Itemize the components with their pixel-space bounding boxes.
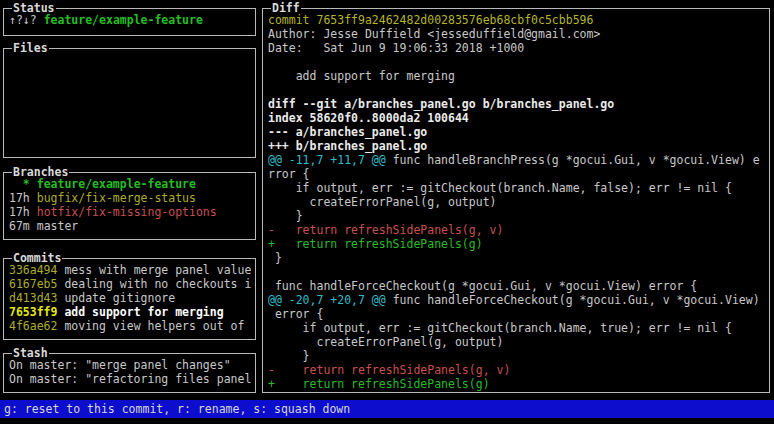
diff-text: - return refreshSidePanels(g, v) <box>268 223 503 237</box>
branch-recency: 17h <box>9 191 37 205</box>
commit-hash: 4f6ae62 <box>9 319 64 333</box>
branch-recency: * <box>9 177 37 191</box>
diff-content: commit 7653ff9a2462482d00283576eb68cbf0c… <box>268 13 768 392</box>
stash-panel[interactable]: Stash On master: "merge panel changes"On… <box>3 353 256 393</box>
diff-text: } <box>268 209 303 223</box>
diff-text: diff --git a/branches_panel.go b/branche… <box>268 97 614 111</box>
diff-line <box>268 55 768 69</box>
diff-line: --- a/branches_panel.go <box>268 125 768 139</box>
diff-line: func handleForceCheckout(g *gocui.Gui, v… <box>268 279 768 293</box>
commit-message: update gitignore <box>64 291 175 305</box>
diff-text: } <box>268 251 282 265</box>
diff-line: error { <box>268 307 768 321</box>
commit-row[interactable]: 7653ff9 add support for merging <box>9 305 254 319</box>
branch-recency: 17h <box>9 205 37 219</box>
diff-line <box>268 83 768 97</box>
commits-panel[interactable]: Commits 336a494 mess with merge panel va… <box>3 258 256 340</box>
diff-line: Date: Sat Jun 9 19:06:33 2018 +1000 <box>268 41 768 55</box>
commit-row[interactable]: 4f6ae62 moving view helpers out of <box>9 319 254 333</box>
stash-row[interactable]: On master: "refactoring files panel <box>9 372 254 386</box>
commit-message: dealing with no checkouts i <box>64 277 251 291</box>
commit-row[interactable]: d413d43 update gitignore <box>9 291 254 305</box>
diff-text: - return refreshSidePanels(g, v) <box>268 363 510 377</box>
commit-hash: d413d43 <box>9 291 64 305</box>
branch-row[interactable]: * feature/example-feature <box>9 177 254 191</box>
commit-message: add support for merging <box>64 305 223 319</box>
status-panel[interactable]: Status ↑?↓? feature/example-feature <box>3 8 256 36</box>
stash-row[interactable]: On master: "merge panel changes" <box>9 358 254 372</box>
diff-line: + return refreshSidePanels(g) <box>268 237 768 251</box>
diff-line: } <box>268 209 768 223</box>
diff-text: +++ b/branches_panel.go <box>268 139 427 153</box>
commit-row[interactable]: 6167eb5 dealing with no checkouts i <box>9 277 254 291</box>
hunk-context: func handleBranchPress(g *gocui.Gui, v *… <box>386 153 760 167</box>
diff-text: Date: Sat Jun 9 19:06:33 2018 +1000 <box>268 41 524 55</box>
diff-line: +++ b/branches_panel.go <box>268 139 768 153</box>
diff-line: add support for merging <box>268 69 768 83</box>
diff-line <box>268 265 768 279</box>
lazygit-terminal: { "colors": { "background": "#000000", "… <box>0 0 774 424</box>
diff-text: if output, err := gitCheckout(branch.Nam… <box>268 321 732 335</box>
diff-blank <box>268 265 275 279</box>
diff-text: add support for merging <box>268 69 455 83</box>
diff-line: @@ -20,7 +20,7 @@ func handleForceChecko… <box>268 293 768 307</box>
diff-line: if output, err := gitCheckout(branch.Nam… <box>268 321 768 335</box>
hunk-header: @@ -20,7 +20,7 @@ <box>268 293 386 307</box>
diff-text: commit 7653ff9a2462482d00283576eb68cbf0c… <box>268 13 593 27</box>
status-line[interactable]: ↑?↓? feature/example-feature <box>9 13 254 27</box>
files-panel-content <box>9 53 254 157</box>
branches-panel[interactable]: Branches * feature/example-feature17h bu… <box>3 172 256 240</box>
diff-text: createErrorPanel(g, output) <box>268 195 496 209</box>
diff-text: --- a/branches_panel.go <box>268 125 427 139</box>
diff-line: commit 7653ff9a2462482d00283576eb68cbf0c… <box>268 13 768 27</box>
keybinding-options-bar: g: reset to this commit, r: rename, s: s… <box>0 400 774 418</box>
branch-name: master <box>37 219 79 233</box>
branch-row[interactable]: 17h bugfix/fix-merge-status <box>9 191 254 205</box>
diff-line: createErrorPanel(g, output) <box>268 195 768 209</box>
hunk-header: @@ -11,7 +11,7 @@ <box>268 153 386 167</box>
branch-name: feature/example-feature <box>37 177 196 191</box>
commit-message: moving view helpers out of <box>64 319 244 333</box>
branch-row[interactable]: 17h hotfix/fix-missing-options <box>9 205 254 219</box>
branch-recency: 67m <box>9 219 37 233</box>
branch-row[interactable]: 67m master <box>9 219 254 233</box>
diff-blank <box>268 83 275 97</box>
diff-line: @@ -11,7 +11,7 @@ func handleBranchPress… <box>268 153 768 167</box>
hunk-context: func handleForceCheckout(g *gocui.Gui, v… <box>386 293 760 307</box>
commit-hash: 336a494 <box>9 263 64 277</box>
commits-list: 336a494 mess with merge panel value6167e… <box>9 263 254 339</box>
diff-text: Author: Jesse Duffield <jesseduffield@gm… <box>268 27 600 41</box>
files-panel[interactable]: Files <box>3 48 256 158</box>
diff-line: - return refreshSidePanels(g, v) <box>268 363 768 377</box>
diff-blank <box>268 55 275 69</box>
diff-text: if output, err := gitCheckout(branch.Nam… <box>268 181 732 195</box>
commit-row[interactable]: 336a494 mess with merge panel value <box>9 263 254 277</box>
stash-entry: On master: "merge panel changes" <box>9 358 231 372</box>
diff-text: + return refreshSidePanels(g) <box>268 237 483 251</box>
branch-name: bugfix/fix-merge-status <box>37 191 196 205</box>
commit-message: mess with merge panel value <box>64 263 251 277</box>
status-panel-content: ↑?↓? feature/example-feature <box>9 13 254 35</box>
diff-text: } <box>268 349 310 363</box>
branches-list: * feature/example-feature17h bugfix/fix-… <box>9 177 254 239</box>
diff-line: if output, err := gitCheckout(branch.Nam… <box>268 181 768 195</box>
diff-line: diff --git a/branches_panel.go b/branche… <box>268 97 768 111</box>
diff-line: } <box>268 349 768 363</box>
diff-text: func handleForceCheckout(g *gocui.Gui, v… <box>268 279 697 293</box>
diff-panel[interactable]: Diff commit 7653ff9a2462482d00283576eb68… <box>262 8 770 393</box>
commit-hash: 6167eb5 <box>9 277 64 291</box>
diff-line: } <box>268 251 768 265</box>
diff-text: error { <box>268 307 323 321</box>
diff-line: rror { <box>268 167 768 181</box>
diff-line: + return refreshSidePanels(g) <box>268 377 768 391</box>
diff-text: rror { <box>268 167 310 181</box>
current-branch-name: feature/example-feature <box>44 13 203 27</box>
branch-name: hotfix/fix-missing-options <box>37 205 217 219</box>
diff-line: createErrorPanel(g, output) <box>268 335 768 349</box>
diff-line: Author: Jesse Duffield <jesseduffield@gm… <box>268 27 768 41</box>
diff-line: index 58620f0..8000da2 100644 <box>268 111 768 125</box>
diff-text: createErrorPanel(g, output) <box>268 335 503 349</box>
ahead-behind-indicator: ↑?↓? <box>9 13 37 27</box>
stash-entry: On master: "refactoring files panel <box>9 372 251 386</box>
diff-text: + return refreshSidePanels(g) <box>268 377 490 391</box>
